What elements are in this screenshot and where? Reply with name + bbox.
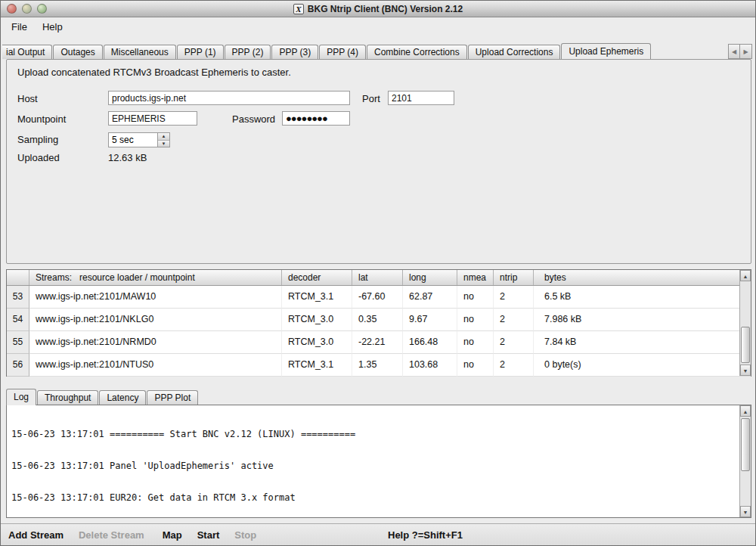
nmea-cell: no [457,286,494,309]
col-header-lat[interactable]: lat [352,270,403,285]
decoder-cell: RTCM_3.1 [282,354,352,377]
panel-description: Upload concatenated RTCMv3 Broadcast Eph… [17,67,291,78]
decoder-cell: RTCM_3.0 [282,309,352,331]
tab-latency[interactable]: Latency [99,390,146,405]
spin-up-button[interactable]: ▲ [158,133,169,141]
streams-scrollbar[interactable]: ▲ ▼ [739,270,751,376]
delete-stream-button: Delete Stream [74,526,149,544]
scroll-up-icon[interactable]: ▲ [740,270,751,281]
mountpoint-input[interactable] [108,111,197,126]
tab-ppp-2[interactable]: PPP (2) [225,45,271,59]
log-tab-bar: Log Throughput Latency PPP Plot [6,389,199,405]
decoder-cell: RTCM_3.1 [282,286,352,309]
tab-combine-corrections[interactable]: Combine Corrections [367,45,467,59]
window-title-text: BKG Ntrip Client (BNC) Version 2.12 [308,4,463,14]
tab-ppp-1[interactable]: PPP (1) [177,45,224,59]
stream-cell: www.igs-ip.net:2101/MAW10 [29,286,282,309]
uploaded-label: Uploaded [17,152,60,163]
long-cell: 9.67 [403,309,457,331]
log-line: 15-06-23 13:17:01 ========== Start BNC v… [11,429,738,439]
tab-scroll-left-button[interactable]: ◀ [728,44,740,59]
streams-table-header: Streams: resource loader / mountpoint de… [7,270,751,286]
long-cell: 166.48 [403,331,457,354]
action-bar: Add Stream Delete Stream Map Start Stop … [1,523,755,545]
host-label: Host [17,93,38,104]
bytes-cell: 7.986 kB [534,309,751,331]
log-view[interactable]: 15-06-23 13:17:01 ========== Start BNC v… [6,405,751,518]
row-number: 55 [7,331,29,354]
stream-cell: www.igs-ip.net:2101/NKLG0 [29,309,282,331]
col-header-ntrip[interactable]: ntrip [494,270,534,285]
tab-scroll-right-button[interactable]: ▶ [740,44,752,59]
col-header-decoder[interactable]: decoder [282,270,352,285]
streams-table: Streams: resource loader / mountpoint de… [6,269,751,377]
start-button[interactable]: Start [193,526,225,544]
tab-miscellaneous[interactable]: Miscellaneous [104,45,176,59]
mountpoint-label: Mountpoint [17,113,66,125]
zoom-window-button[interactable] [37,4,47,14]
bytes-cell: 6.5 kB [534,286,751,309]
menu-file[interactable]: File [5,20,33,34]
tab-throughput[interactable]: Throughput [37,390,98,405]
scroll-thumb[interactable] [741,327,750,363]
menu-help[interactable]: Help [36,20,69,34]
x11-icon: X [293,4,304,14]
col-header-nmea[interactable]: nmea [457,270,494,285]
map-button[interactable]: Map [158,526,187,544]
scroll-thumb[interactable] [741,418,750,471]
sampling-spinbox[interactable]: 5 sec ▲ ▼ [108,132,170,147]
tab-serial-output[interactable]: ial Output [2,45,52,59]
tab-outages[interactable]: Outages [53,45,102,59]
log-scrollbar[interactable]: ▲ ▼ [739,405,751,517]
window-titlebar[interactable]: X BKG Ntrip Client (BNC) Version 2.12 [1,1,755,17]
minimize-window-button[interactable] [22,4,32,14]
tab-ppp-4[interactable]: PPP (4) [319,45,366,59]
ntrip-cell: 2 [494,286,534,309]
help-shortcut-label: Help ?=Shift+F1 [388,529,463,541]
col-header-long[interactable]: long [403,270,457,285]
decoder-cell: RTCM_3.0 [282,331,352,354]
upload-ephemeris-panel: Upload concatenated RTCMv3 Broadcast Eph… [6,59,751,264]
password-input[interactable] [282,111,350,126]
bytes-cell: 7.84 kB [534,331,751,354]
scroll-down-icon[interactable]: ▼ [740,365,751,376]
bytes-cell: 0 byte(s) [534,354,751,377]
table-row[interactable]: 55 www.igs-ip.net:2101/NRMD0 RTCM_3.0 -2… [7,331,751,354]
tab-upload-ephemeris[interactable]: Upload Ephemeris [561,43,651,59]
scroll-up-icon[interactable]: ▲ [740,405,751,417]
spin-down-button[interactable]: ▼ [158,141,169,147]
tab-ppp-3[interactable]: PPP (3) [271,45,318,59]
col-header-bytes[interactable]: bytes [534,270,751,285]
tab-log[interactable]: Log [6,389,36,405]
log-line: 15-06-23 13:17:01 Panel 'UploadEphemeris… [11,461,738,471]
tab-scroll-buttons: ◀ ▶ [728,44,752,59]
stop-button: Stop [230,526,261,544]
row-number: 54 [7,309,29,331]
tab-upload-corrections[interactable]: Upload Corrections [468,45,561,59]
table-row[interactable]: 53 www.igs-ip.net:2101/MAW10 RTCM_3.1 -6… [7,286,751,309]
scroll-down-icon[interactable]: ▼ [740,506,751,517]
log-line: 15-06-23 13:17:01 EUR20: Get data in RTC… [11,492,738,503]
long-cell: 62.87 [403,286,457,309]
window-controls [7,4,47,14]
port-input[interactable] [388,91,454,105]
table-row[interactable]: 56 www.igs-ip.net:2101/NTUS0 RTCM_3.1 1.… [7,354,751,377]
lat-cell: -67.60 [352,286,403,309]
tab-ppp-plot[interactable]: PPP Plot [147,390,198,405]
sampling-label: Sampling [17,134,58,145]
table-row[interactable]: 54 www.igs-ip.net:2101/NKLG0 RTCM_3.0 0.… [7,309,751,331]
close-window-button[interactable] [7,4,17,14]
ntrip-cell: 2 [494,309,534,331]
config-tab-bar: ial Output Outages Miscellaneous PPP (1)… [2,43,727,59]
ntrip-cell: 2 [494,354,534,377]
row-number: 56 [7,354,29,377]
lat-cell: -22.21 [352,331,403,354]
uploaded-value: 12.63 kB [108,152,147,163]
col-header-streams[interactable]: Streams: resource loader / mountpoint [29,270,282,285]
ntrip-cell: 2 [494,331,534,354]
host-input[interactable] [108,91,350,105]
port-label: Port [362,93,380,104]
table-corner [7,270,29,285]
add-stream-button[interactable]: Add Stream [4,526,68,544]
nmea-cell: no [457,354,494,377]
